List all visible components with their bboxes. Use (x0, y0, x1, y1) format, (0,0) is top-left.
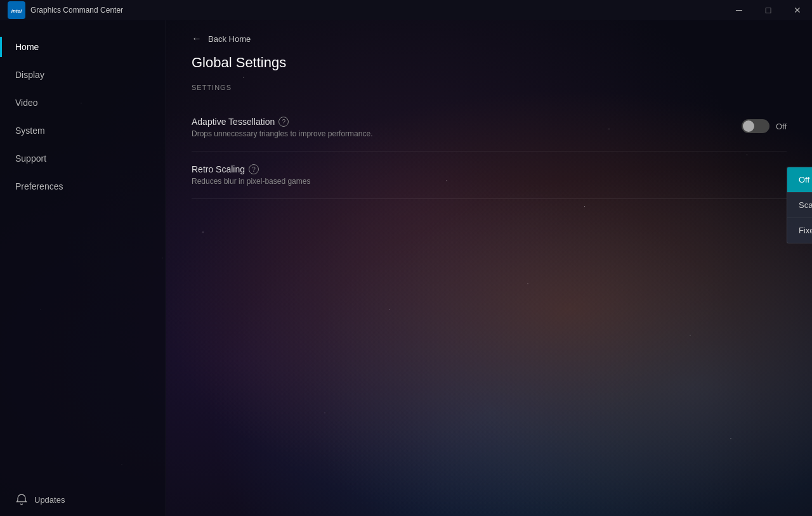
adaptive-tessellation-name: Adaptive Tessellation ? (192, 117, 372, 127)
adaptive-tessellation-toggle[interactable] (742, 119, 769, 133)
bell-icon (15, 493, 28, 506)
main-content: ← Back Home Global Settings SETTINGS Ada… (166, 20, 812, 516)
retro-scaling-info: Retro Scaling ? Reduces blur in pixel-ba… (192, 164, 310, 186)
retro-scaling-name: Retro Scaling ? (192, 164, 310, 174)
sidebar-updates[interactable]: Updates (0, 483, 166, 516)
minimize-button[interactable]: ─ (724, 0, 754, 20)
retro-scaling-dropdown[interactable]: Off Scaled Width Fixed Width (787, 167, 812, 243)
titlebar-left: intel Graphics Command Center (8, 1, 123, 19)
back-nav-label: Back Home (208, 34, 251, 44)
titlebar-app-name: Graphics Command Center (30, 6, 123, 15)
sidebar: Home Display Video System Support Prefer… (0, 20, 166, 516)
sidebar-item-preferences[interactable]: Preferences (0, 172, 166, 200)
dropdown-option-scaled-width[interactable]: Scaled Width (787, 192, 812, 217)
app-body: Home Display Video System Support Prefer… (0, 20, 812, 516)
retro-scaling-desc: Reduces blur in pixel-based games (192, 177, 310, 186)
titlebar-controls: ─ □ ✕ (724, 0, 812, 20)
sidebar-item-system[interactable]: System (0, 117, 166, 145)
maximize-button[interactable]: □ (754, 0, 783, 20)
back-nav[interactable]: ← Back Home (192, 20, 787, 55)
page-title: Global Settings (192, 55, 787, 71)
content-area: ← Back Home Global Settings SETTINGS Ada… (166, 20, 812, 199)
back-arrow-icon: ← (192, 33, 202, 44)
sidebar-item-display[interactable]: Display (0, 61, 166, 89)
sidebar-item-video[interactable]: Video (0, 89, 166, 117)
adaptive-tessellation-row: Adaptive Tessellation ? Drops unnecessar… (192, 104, 787, 152)
dropdown-option-off[interactable]: Off (787, 167, 812, 192)
intel-logo-icon: intel (8, 1, 25, 19)
adaptive-tessellation-toggle-label: Off (776, 122, 787, 131)
sidebar-item-home[interactable]: Home (0, 33, 166, 61)
retro-scaling-row: Retro Scaling ? Reduces blur in pixel-ba… (192, 152, 787, 199)
adaptive-tessellation-desc: Drops unnecessary triangles to improve p… (192, 129, 372, 138)
dropdown-option-fixed-width[interactable]: Fixed Width (787, 217, 812, 243)
close-button[interactable]: ✕ (783, 0, 812, 20)
adaptive-tessellation-help-icon[interactable]: ? (278, 117, 289, 127)
adaptive-tessellation-toggle-wrap: Off (742, 119, 787, 133)
titlebar: intel Graphics Command Center ─ □ ✕ (0, 0, 812, 20)
retro-scaling-help-icon[interactable]: ? (249, 164, 259, 174)
svg-text:intel: intel (11, 8, 22, 14)
settings-section-label: SETTINGS (192, 84, 787, 91)
adaptive-tessellation-info: Adaptive Tessellation ? Drops unnecessar… (192, 117, 372, 138)
updates-label: Updates (34, 495, 65, 505)
sidebar-item-support[interactable]: Support (0, 145, 166, 172)
